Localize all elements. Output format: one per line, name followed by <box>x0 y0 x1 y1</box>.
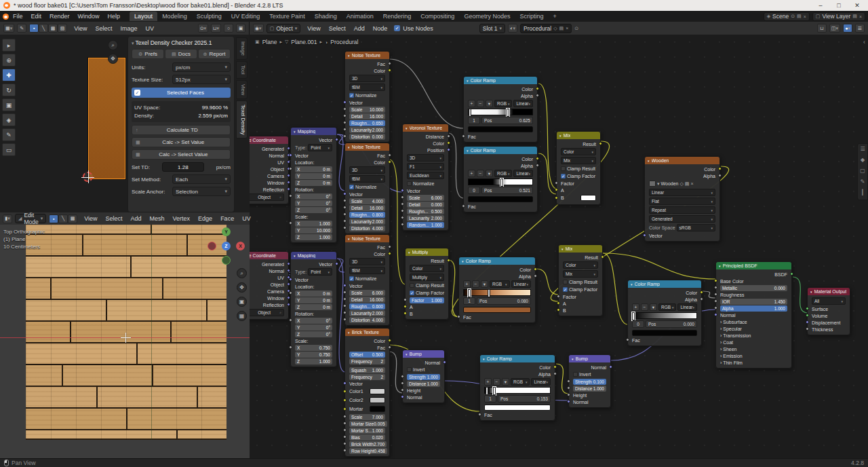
checkbox[interactable] <box>410 283 414 288</box>
field-dropdown[interactable]: sRGB▾ <box>677 224 715 231</box>
unlink-material-icon[interactable]: × <box>566 26 568 31</box>
node-mapping-2[interactable]: ▾MappingVectorType:Point▾VectorLocation:… <box>290 251 337 367</box>
add-stop-button[interactable]: + <box>632 303 639 311</box>
node-dropdown[interactable]: Point▾ <box>308 268 332 276</box>
node-header[interactable]: ▾Material Output <box>808 288 850 295</box>
socket[interactable] <box>343 318 347 321</box>
value-slider[interactable]: Frequency2 <box>349 358 385 365</box>
socket[interactable] <box>478 413 481 416</box>
prefs-button[interactable]: ⚙Prefs <box>132 49 164 59</box>
interpolation-dropdown[interactable]: Linear▾ <box>677 303 697 311</box>
viewport-camera-icon[interactable]: ▣ <box>237 297 247 307</box>
node-color-ramp-2[interactable]: ▾Color RampColorAlpha+−▾RGB▾Linear▾0Pos0… <box>463 146 538 212</box>
shader-menu-add[interactable]: Add <box>350 23 369 34</box>
calc-select-value-button[interactable]: ▦Calc -> Select Value <box>132 149 231 160</box>
socket[interactable] <box>343 219 347 223</box>
preview-sphere-icon[interactable]: ●▾ <box>843 24 852 33</box>
socket[interactable] <box>718 174 722 177</box>
value-slider[interactable]: X1.000 <box>295 221 332 227</box>
ramp-options-icon[interactable]: ▾ <box>486 170 493 177</box>
checkbox[interactable] <box>407 367 412 372</box>
stop-index[interactable]: 1 <box>484 395 496 403</box>
minimize-button[interactable]: – <box>813 2 828 9</box>
axis-y-neg-ball[interactable] <box>222 256 231 265</box>
remove-stop-button[interactable]: − <box>472 280 479 288</box>
node-header[interactable]: ▾Color Ramp <box>628 280 701 288</box>
node-header[interactable]: ▾Bump <box>403 350 444 358</box>
uv-island[interactable] <box>88 58 125 179</box>
shader-menu-select[interactable]: Select <box>325 23 350 34</box>
value-slider[interactable]: Z0 m <box>295 180 332 186</box>
checkbox[interactable] <box>573 372 578 377</box>
new-layer-icon[interactable]: ▤ <box>852 14 857 19</box>
socket[interactable] <box>462 134 465 138</box>
value-slider[interactable]: Detail16.000 <box>349 205 385 211</box>
add-stop-button[interactable]: + <box>468 100 475 107</box>
value-slider[interactable]: Brick Width2.700 <box>349 441 387 447</box>
vp-menu-add[interactable]: Add <box>127 213 146 224</box>
checkbox[interactable]: ✓ <box>563 287 568 292</box>
socket[interactable] <box>401 388 404 392</box>
editor-options-icon[interactable]: ☰ <box>855 24 865 33</box>
vp-menu-uv[interactable]: UV <box>238 213 255 224</box>
node-color-ramp-4[interactable]: ▾Color RampColorAlpha+−▾RGB▾Linear▾1Pos0… <box>479 354 555 421</box>
node-dropdown[interactable]: Color▾ <box>563 261 598 269</box>
workspace-tab-sculpting[interactable]: Sculpting <box>192 12 226 21</box>
value-slider[interactable]: Z0 m <box>295 304 332 310</box>
socket[interactable] <box>447 148 450 151</box>
checkbox[interactable]: ✓ <box>410 291 414 295</box>
stop-index[interactable]: 0 <box>632 320 644 328</box>
gradient-bar[interactable] <box>468 109 533 115</box>
remove-stop-button[interactable]: − <box>477 100 484 107</box>
vp-menu-edge[interactable]: Edge <box>194 213 216 224</box>
socket[interactable] <box>806 320 809 324</box>
tool-icon[interactable]: ☰ <box>859 146 867 154</box>
value-slider[interactable]: Lacunarity2.000 <box>407 215 444 221</box>
node-material-output[interactable]: ▾Material OutputAll▾SurfaceVolumeDisplac… <box>807 287 850 335</box>
edge-select-icon[interactable]: ╲ <box>58 214 68 223</box>
socket[interactable] <box>806 307 809 310</box>
axis-y-ball[interactable]: Y <box>222 227 231 236</box>
object-selector[interactable]: ▣Object⌕ <box>250 309 284 316</box>
socket[interactable] <box>536 87 539 90</box>
value-slider[interactable]: Y0 m <box>295 173 332 179</box>
socket[interactable] <box>557 301 560 305</box>
value-slider[interactable]: Mortar Size0.005 <box>349 421 387 427</box>
selected-faces-toggle[interactable]: ✓ Selected Faces <box>132 88 231 98</box>
socket[interactable] <box>289 153 292 157</box>
workspace-tab-animation[interactable]: Animation <box>342 12 378 21</box>
socket[interactable] <box>806 314 809 317</box>
value-slider[interactable]: X0 m <box>295 166 332 172</box>
socket[interactable] <box>289 167 292 170</box>
node-dropdown[interactable]: Mix▾ <box>563 270 598 278</box>
pin-icon[interactable]: ⊙ <box>791 14 795 19</box>
interpolation-dropdown[interactable]: Linear▾ <box>513 100 533 107</box>
socket[interactable] <box>388 339 391 342</box>
socket[interactable] <box>806 327 809 331</box>
socket[interactable] <box>555 196 558 200</box>
uv-select-vertex-icon[interactable]: ▪ <box>29 24 39 33</box>
ramp-options-icon[interactable]: ▾ <box>502 378 509 386</box>
editor-type-image-icon[interactable]: ▦▾ <box>3 24 14 33</box>
socket[interactable] <box>289 221 292 225</box>
socket[interactable] <box>462 204 465 208</box>
socket[interactable] <box>403 305 407 308</box>
node-dropdown[interactable]: 3D▾ <box>407 154 444 162</box>
value-slider[interactable]: X0.750 <box>295 345 332 351</box>
tool-cursor-icon[interactable]: ⊕ <box>2 54 16 67</box>
axis-x-ball[interactable]: X <box>236 242 245 250</box>
workspace-tab-shading[interactable]: Shading <box>310 12 342 21</box>
image-thumbnail-icon[interactable] <box>649 181 656 187</box>
node-header[interactable]: ▾Multiply <box>406 248 448 256</box>
value-slider[interactable]: X0 m <box>295 291 332 297</box>
gradient-bar[interactable] <box>632 312 697 319</box>
slot-dropdown[interactable]: Slot 1 ▾ <box>479 24 505 33</box>
viewport-pan-icon[interactable]: ✥ <box>237 282 247 293</box>
socket[interactable] <box>401 189 404 192</box>
uv-2d-cursor[interactable] <box>83 172 93 182</box>
image-overlay-icon[interactable]: ▣ <box>236 24 245 33</box>
proportional-edit-icon[interactable]: ○ <box>224 24 233 33</box>
value-slider[interactable]: Metallic0.000 <box>720 285 787 291</box>
value-slider[interactable]: Distortion4.000 <box>349 225 385 231</box>
socket[interactable] <box>289 278 292 281</box>
